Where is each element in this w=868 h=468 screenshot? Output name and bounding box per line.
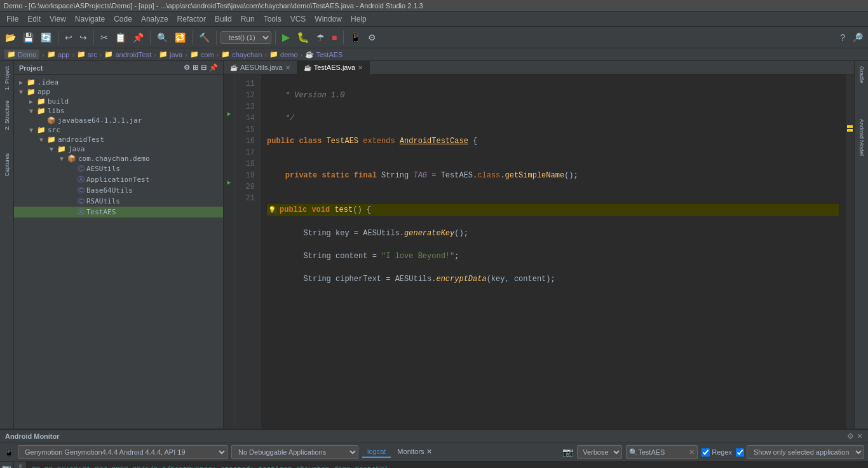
tab-testaes-close[interactable]: ✕ <box>358 64 363 71</box>
show-only-container: Show only selected application <box>736 445 864 459</box>
toolbar-stop[interactable]: ■ <box>329 31 339 44</box>
search-input[interactable] <box>638 448 689 456</box>
toolbar-sep6 <box>275 31 276 45</box>
folder-icon-libs: 📁 <box>37 107 46 115</box>
toolbar-build[interactable]: 🔨 <box>196 31 212 44</box>
breadcrumb-app[interactable]: 📁 app <box>47 50 69 59</box>
toolbar-undo[interactable]: ↩ <box>62 31 75 44</box>
menu-run[interactable]: Run <box>237 13 259 25</box>
monitor-header: Android Monitor ⚙ ✕ <box>0 430 868 443</box>
breadcrumb-chaychan[interactable]: 📁 chaychan <box>221 50 262 59</box>
project-expand-icon[interactable]: ⊞ <box>193 64 198 72</box>
tree-rsautils[interactable]: ▶ Ⓒ RSAUtils <box>14 196 223 207</box>
tree-idea[interactable]: ▶ 📁 .idea <box>14 78 223 87</box>
tree-applicationtest[interactable]: ▶ Ⓐ ApplicationTest <box>14 174 223 185</box>
menu-window[interactable]: Window <box>311 13 346 25</box>
code-line-17: 💡public void test() { <box>267 204 839 216</box>
menu-code[interactable]: Code <box>110 13 136 25</box>
menu-navigate[interactable]: Navigate <box>71 13 109 25</box>
menu-edit[interactable]: Edit <box>24 13 44 25</box>
menu-tools[interactable]: Tools <box>260 13 285 25</box>
monitor-icon-screenshot2[interactable]: 📷 <box>2 464 11 468</box>
project-pin-icon[interactable]: 📌 <box>209 64 218 72</box>
monitor-icon-screenshot[interactable]: 📷 <box>562 447 573 457</box>
breadcrumb-demo[interactable]: 📁 Demo <box>4 50 39 59</box>
menu-build[interactable]: Build <box>211 13 236 25</box>
breadcrumb-androidtest[interactable]: 📁 androidTest <box>104 50 151 59</box>
toolbar-sep2 <box>93 31 94 45</box>
toolbar-avd[interactable]: 📱 <box>348 31 363 44</box>
regex-checkbox[interactable] <box>702 448 710 457</box>
tree-libs[interactable]: ▼ 📁 libs <box>14 106 223 116</box>
toolbar-search[interactable]: 🔎 <box>850 31 865 44</box>
tree-testaes[interactable]: ▶ Ⓐ TestAES <box>14 207 223 217</box>
toolbar-sdk[interactable]: ⚙ <box>365 31 379 44</box>
tab-aesutils-close[interactable]: ✕ <box>285 64 290 71</box>
tree-app[interactable]: ▼ 📁 app <box>14 87 223 97</box>
show-only-select[interactable]: Show only selected application <box>747 445 864 459</box>
toolbar-coverage[interactable]: ☂ <box>314 31 327 44</box>
tree-java[interactable]: ▼ 📁 java <box>14 144 223 154</box>
toolbar-cut[interactable]: ✂ <box>98 31 111 44</box>
panel-project-icon[interactable]: 1: Project <box>3 64 11 93</box>
favorites-icon: 2: Favorites <box>17 464 24 468</box>
menu-file[interactable]: File <box>3 13 22 25</box>
toolbar-replace[interactable]: 🔁 <box>172 31 188 44</box>
show-only-checkbox[interactable] <box>736 448 744 457</box>
toolbar-open[interactable]: 📂 <box>3 31 18 44</box>
tree-build[interactable]: ▶ 📁 build <box>14 97 223 106</box>
tree-arrow-libs: ▼ <box>29 107 36 114</box>
toolbar-copy[interactable]: 📋 <box>112 31 128 44</box>
menu-help[interactable]: Help <box>347 13 370 25</box>
monitor-title: Android Monitor <box>5 432 60 440</box>
tab-testaes[interactable]: ☕ TestAES.java ✕ <box>297 61 370 74</box>
tree-androidtest[interactable]: ▼ 📁 androidTest <box>14 135 223 144</box>
monitor-close-icon[interactable]: ✕ <box>857 432 863 441</box>
toolbar-run[interactable]: ▶ <box>280 30 292 45</box>
run-config-select[interactable]: test() (1) <box>220 31 271 44</box>
toolbar-save[interactable]: 💾 <box>20 31 36 44</box>
tree-src[interactable]: ▼ 📁 src <box>14 125 223 135</box>
menu-vcs[interactable]: VCS <box>287 13 310 25</box>
menu-refactor[interactable]: Refactor <box>173 13 210 25</box>
breadcrumb-testaes[interactable]: ☕ TestAES <box>305 50 342 59</box>
breadcrumb-com[interactable]: 📁 com <box>190 50 214 59</box>
breadcrumb-src[interactable]: 📁 src <box>77 50 97 59</box>
menu-analyze[interactable]: Analyze <box>137 13 172 25</box>
tree-base64[interactable]: ▶ Ⓒ Base64Utils <box>14 185 223 196</box>
toolbar-paste[interactable]: 📌 <box>130 31 146 44</box>
toolbar-help[interactable]: ? <box>837 31 848 44</box>
tree-aesutils[interactable]: ▶ Ⓒ AESUtils <box>14 163 223 174</box>
panel-android-model-icon[interactable]: Android Model <box>857 116 866 158</box>
monitor-settings-icon[interactable]: ⚙ <box>847 432 854 441</box>
toolbar-find[interactable]: 🔍 <box>154 31 170 44</box>
breadcrumb-java[interactable]: 📁 java <box>159 50 182 59</box>
log-tab-monitors[interactable]: Monitors ✕ <box>392 446 437 458</box>
code-content[interactable]: * Version 1.0 */ public class TestAES ex… <box>261 74 845 429</box>
app-selector[interactable]: No Debuggable Applications <box>231 445 358 459</box>
verbose-selector[interactable]: Verbose Debug Info Warn Error <box>577 445 622 459</box>
tab-testaes-label: TestAES.java <box>314 64 355 71</box>
tab-aesutils[interactable]: ☕ AESUtils.java ✕ <box>224 61 297 74</box>
toolbar-redo[interactable]: ↪ <box>77 31 90 44</box>
breadcrumb-demo2[interactable]: 📁 demo <box>269 50 298 59</box>
tree-label-testaes: TestAES <box>86 208 116 216</box>
panel-captures-icon[interactable]: Captures <box>3 151 11 179</box>
device-selector[interactable]: Genymotion Genymotion4.4.4 Android 4.4.4… <box>18 445 227 459</box>
toolbar-debug[interactable]: 🐛 <box>294 30 312 45</box>
toolbar-sync[interactable]: 🔄 <box>38 31 54 44</box>
project-collapse-icon[interactable]: ⊟ <box>201 64 207 72</box>
tree-jar[interactable]: ▶ 📦 javabase64-1.3.1.jar <box>14 116 223 125</box>
panel-structure-icon[interactable]: 2: Structure <box>3 98 11 133</box>
tree-label-jar: javabase64-1.3.1.jar <box>58 116 142 125</box>
panel-gradle-icon[interactable]: Gradle <box>857 64 866 86</box>
log-content[interactable]: 02-28 06:18:01.377 9828-9841/? I/TestRun… <box>27 462 868 468</box>
code-editor[interactable]: ▶ ▶ 11 12 13 14 15 16 17 18 19 20 21 * V… <box>224 74 854 429</box>
monitor-body: 📱 Genymotion Genymotion4.4.4 Android 4.4… <box>0 443 868 468</box>
tree-package[interactable]: ▼ 📦 com.chaychan.demo <box>14 154 223 163</box>
log-tab-logcat[interactable]: logcat <box>362 446 391 458</box>
menu-bar: File Edit View Navigate Code Analyze Ref… <box>0 12 868 27</box>
project-settings-icon[interactable]: ⚙ <box>184 64 190 72</box>
menu-view[interactable]: View <box>46 13 70 25</box>
clear-search-icon[interactable]: ✕ <box>689 448 695 457</box>
